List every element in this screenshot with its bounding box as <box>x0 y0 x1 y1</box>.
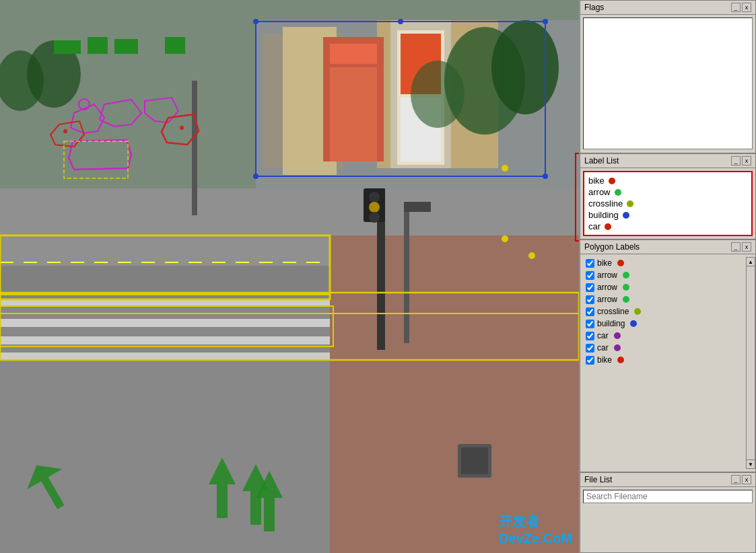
label-item[interactable]: building <box>588 209 747 221</box>
flags-section: Flags _ x <box>580 0 756 153</box>
polygon-dot <box>614 344 621 351</box>
polygon-labels-controls: _ x <box>731 242 751 252</box>
polygon-scroll-down[interactable]: ▼ <box>746 459 755 469</box>
polygon-list[interactable]: bike arrow arrow arrow crossline buildin… <box>583 257 746 469</box>
label-item-name: building <box>588 210 619 220</box>
svg-rect-42 <box>88 37 108 54</box>
file-list-section: File List _ x <box>580 472 756 553</box>
polygon-dot <box>630 320 637 327</box>
polygon-dot <box>614 332 621 339</box>
polygon-label-name: bike <box>597 258 612 268</box>
label-item[interactable]: car <box>588 221 747 232</box>
svg-point-61 <box>502 235 508 242</box>
svg-rect-10 <box>330 67 377 161</box>
polygon-labels-content: bike arrow arrow arrow crossline buildin… <box>583 257 755 469</box>
polygon-label-name: arrow <box>597 295 617 304</box>
svg-rect-25 <box>0 319 330 327</box>
polygon-checkbox-2[interactable] <box>586 283 594 292</box>
polygon-checkbox-3[interactable] <box>586 295 594 304</box>
polygon-scroll-up[interactable]: ▲ <box>746 257 755 266</box>
flags-controls: _ x <box>731 3 751 12</box>
polygon-checkbox-1[interactable] <box>586 271 594 280</box>
label-item[interactable]: arrow <box>588 186 747 198</box>
label-dot <box>609 178 615 184</box>
svg-point-56 <box>253 174 259 179</box>
svg-point-58 <box>398 19 403 24</box>
svg-point-60 <box>502 165 508 172</box>
main-canvas: 开发者DevZe.CoM <box>0 0 579 553</box>
svg-rect-41 <box>54 40 81 54</box>
polygon-label-name: building <box>597 319 625 328</box>
right-panel: Flags _ x Label List _ x bikearrowcrossl… <box>579 0 756 553</box>
scene-svg <box>0 0 579 553</box>
polygon-checkbox-4[interactable] <box>586 307 594 316</box>
polygon-dot <box>623 272 629 279</box>
svg-point-57 <box>543 174 548 179</box>
file-list-minimize-button[interactable]: _ <box>731 475 741 484</box>
polygon-checkbox-0[interactable] <box>586 259 594 268</box>
svg-rect-30 <box>330 235 579 553</box>
label-item[interactable]: bike <box>588 175 747 186</box>
polygon-labels-header: Polygon Labels _ x <box>580 240 755 254</box>
svg-rect-43 <box>114 39 138 54</box>
watermark: 开发者DevZe.CoM <box>499 513 572 546</box>
svg-point-36 <box>369 202 380 213</box>
svg-point-72 <box>180 126 184 130</box>
file-list-header: File List _ x <box>580 473 755 487</box>
polygon-labels-title: Polygon Labels <box>584 242 640 252</box>
label-list-close-button[interactable]: x <box>742 156 751 165</box>
label-dot <box>627 200 633 207</box>
polygon-checkbox-5[interactable] <box>586 320 594 328</box>
polygon-labels-close-button[interactable]: x <box>742 242 751 252</box>
label-list-controls: _ x <box>731 156 751 165</box>
polygon-dot <box>634 308 641 315</box>
svg-rect-44 <box>165 37 185 54</box>
label-item-name: arrow <box>588 187 611 197</box>
flags-content <box>583 17 753 149</box>
label-list-title: Label List <box>584 156 619 165</box>
polygon-label-name: arrow <box>597 270 617 280</box>
label-list-minimize-button[interactable]: _ <box>731 156 741 165</box>
polygon-item: bike <box>583 354 746 366</box>
svg-rect-39 <box>404 202 431 212</box>
flags-title: Flags <box>584 3 604 12</box>
polygon-checkbox-6[interactable] <box>586 332 594 340</box>
polygon-scrollbar-buttons: ▲ ▼ <box>746 257 755 469</box>
label-dot <box>623 212 629 219</box>
polygon-scrollbar-container: bike arrow arrow arrow crossline buildin… <box>583 257 755 469</box>
polygon-item: car <box>583 342 746 354</box>
polygon-label-name: crossline <box>597 307 629 316</box>
flags-header: Flags _ x <box>580 1 755 15</box>
label-item[interactable]: crossline <box>588 198 747 209</box>
polygon-label-name: car <box>597 343 609 353</box>
polygon-item: crossline <box>583 305 746 318</box>
label-list-content: bikearrowcrosslinebuildingcar <box>583 171 753 236</box>
flags-close-button[interactable]: x <box>742 3 751 12</box>
svg-rect-32 <box>461 447 488 474</box>
polygon-item: bike <box>583 257 746 269</box>
polygon-item: arrow <box>583 269 746 281</box>
polygon-checkbox-7[interactable] <box>586 344 594 353</box>
polygon-checkbox-8[interactable] <box>586 356 594 365</box>
flags-minimize-button[interactable]: _ <box>731 3 741 12</box>
label-list-section: Label List _ x bikearrowcrosslinebuildin… <box>580 153 756 239</box>
svg-rect-47 <box>0 313 579 314</box>
polygon-item: arrow <box>583 281 746 293</box>
polygon-dot <box>617 357 624 363</box>
svg-point-16 <box>491 20 559 114</box>
polygon-dot <box>623 284 629 291</box>
file-list-close-button[interactable]: x <box>742 475 751 484</box>
label-list-header: Label List _ x <box>580 154 755 168</box>
svg-point-55 <box>543 19 548 24</box>
label-dot <box>605 223 611 230</box>
svg-rect-38 <box>404 209 409 343</box>
label-item-name: bike <box>588 176 605 186</box>
file-list-title: File List <box>584 475 612 484</box>
polygon-label-name: car <box>597 331 609 340</box>
svg-point-54 <box>253 19 259 24</box>
file-list-controls: _ x <box>731 475 751 484</box>
polygon-labels-minimize-button[interactable]: _ <box>731 242 741 252</box>
label-item-name: car <box>588 221 600 231</box>
file-search-input[interactable] <box>583 490 753 503</box>
polygon-dot <box>623 296 629 303</box>
